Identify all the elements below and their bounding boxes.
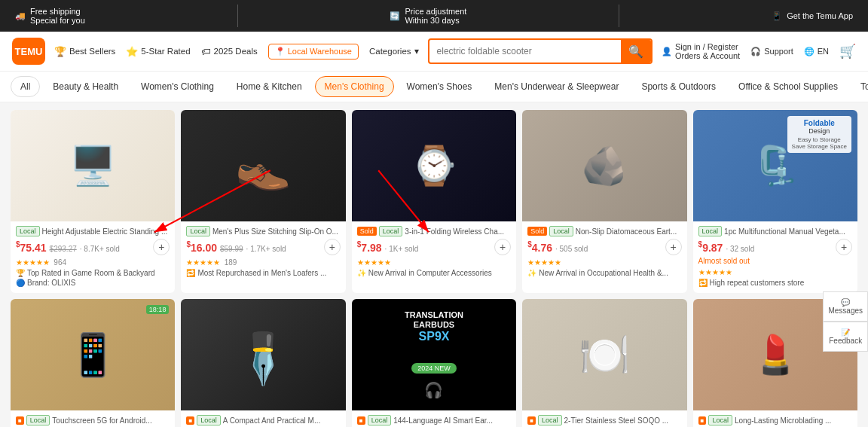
add-to-cart-button[interactable]: + (494, 239, 511, 255)
nav-categories[interactable]: Categories ▾ (369, 46, 419, 56)
add-to-cart-button[interactable]: + (153, 239, 170, 255)
product-badges: ■ Local Touchscreen 5G for Android... (16, 415, 170, 425)
feedback-button[interactable]: 📝 Feedback (823, 322, 868, 352)
stars-row: ★★★★★ 964 (16, 257, 170, 267)
product-card[interactable]: 👞 Local Men's Plus Size Stitching Slip-O… (181, 110, 345, 293)
star-rating: ★★★★★ (357, 258, 391, 267)
price-sold: · 32 sold (726, 245, 754, 253)
star-rating: ★★★★★ (527, 258, 561, 267)
product-card[interactable]: ✒️ ■ Local A Compact And Practical M... … (181, 299, 345, 427)
badge-local: Local (708, 415, 732, 425)
banner-left-line1: Free shipping (30, 7, 85, 16)
product-card[interactable]: 🍽️ ■ Local 2-Tier Stainless Steel SOQO .… (522, 299, 686, 427)
location-icon: 📍 (275, 47, 286, 56)
add-to-cart-button[interactable]: + (665, 239, 682, 255)
product-image: 🪨 (522, 110, 686, 221)
cat-tab-toys[interactable]: Toys & Games (851, 76, 868, 97)
badge-local: Local (197, 415, 221, 425)
tag-text: High repeat customers store (710, 279, 805, 287)
support-icon: 🎧 (750, 47, 761, 56)
stars-row: ★★★★★ 189 (186, 257, 340, 267)
new-arrival-icon: ✨ (527, 269, 536, 277)
badge-local: Local (186, 226, 210, 236)
language-action[interactable]: 🌐 EN (804, 47, 829, 56)
add-to-cart-button[interactable]: + (836, 239, 852, 255)
user-icon: 👤 (662, 47, 672, 56)
add-to-cart-button[interactable]: + (324, 239, 341, 255)
temu-logo[interactable]: TEMU (12, 38, 45, 65)
messages-button[interactable]: 💬 Messages (823, 291, 868, 322)
product-card[interactable]: 🪨 Sold Local Non-Slip Diatomaceous Eart.… (522, 110, 686, 293)
tag-icon: 🏆 (16, 269, 25, 277)
price-current: $16.00 (186, 240, 217, 254)
cat-tab-office[interactable]: Office & School Supplies (729, 76, 848, 97)
product-title-inline: 3-in-1 Folding Wireless Cha... (405, 227, 504, 236)
cat-tab-womens-shoes[interactable]: Women's Shoes (397, 76, 482, 97)
product-title-inline: 144-Language AI Smart Ear... (393, 416, 493, 425)
product-tag: ✨ New Arrival in Computer Accessories (357, 269, 511, 277)
badge-orange: ■ (527, 416, 536, 425)
nav-five-star[interactable]: ⭐ 5-Star Rated (126, 46, 190, 57)
product-card[interactable]: TRANSLATIONEARBUDS SP9X 2024 NEW 🎧 ■ Loc… (352, 299, 516, 427)
category-tabs: All Beauty & Health Women's Clothing Hom… (0, 72, 868, 102)
search-button[interactable]: 🔍 (621, 40, 651, 63)
repeat-icon: 🔁 (698, 279, 708, 287)
product-card[interactable]: 🖥️ Local Height Adjustable Electric Stan… (11, 110, 175, 293)
badge-local: Local (26, 415, 50, 425)
star-rating: ★★★★★ (186, 258, 220, 267)
banner-right[interactable]: 📱 Get the Temu App (772, 11, 853, 21)
product-title-inline: A Compact And Practical M... (223, 416, 321, 425)
shipping-icon: 🚚 (15, 11, 26, 21)
product-info: ■ Local A Compact And Practical M... $1.… (181, 410, 345, 427)
product-card[interactable]: 📱 18:18 ■ Local Touchscreen 5G for Andro… (11, 299, 175, 427)
cat-tab-sports[interactable]: Sports & Outdoors (631, 76, 726, 97)
trophy-icon: 🏆 (54, 46, 66, 57)
product-info: Sold Local Non-Slip Diatomaceous Eart...… (522, 221, 686, 283)
time-badge: 18:18 (146, 305, 170, 314)
product-badges: ■ Local Long-Lasting Microblading ... (698, 415, 852, 425)
price-info: $7.98 · 1K+ sold (357, 240, 419, 254)
product-card[interactable]: ⌚ Sold Local 3-in-1 Folding Wireless Cha… (352, 110, 516, 293)
tag-text: Most Repurchased in Men's Loafers ... (197, 269, 326, 277)
banner-left: 🚚 Free shipping Special for you (15, 7, 85, 25)
sign-in-line2: Orders & Account (675, 51, 740, 60)
badge-orange: ■ (186, 416, 194, 425)
local-warehouse-label: Local Warehouse (288, 47, 352, 56)
product-title-inline: 1pc Multifunctional Manual Vegeta... (724, 227, 845, 236)
product-info: Local Men's Plus Size Stitching Slip-On … (181, 221, 345, 283)
cat-tab-beauty[interactable]: Beauty & Health (43, 76, 128, 97)
cat-tab-home-kitchen[interactable]: Home & Kitchen (227, 76, 312, 97)
chevron-down-icon: ▾ (414, 46, 419, 56)
banner-right-text: Get the Temu App (787, 11, 853, 20)
product-card[interactable]: 🗜️ Foldable Design Easy to Storage Save … (693, 110, 857, 293)
product-badges: Local Men's Plus Size Stitching Slip-On … (186, 226, 340, 236)
cat-tab-mens-clothing[interactable]: Men's Clothing (315, 76, 394, 97)
cat-tab-mens-underwear[interactable]: Men's Underwear & Sleepwear (484, 76, 628, 97)
sign-in-line1: Sign in / Register (675, 42, 740, 51)
banner-divider-2 (619, 5, 619, 27)
badge-local: Local (379, 226, 403, 236)
nav-deals[interactable]: 🏷 2025 Deals (201, 46, 258, 57)
price-sold: · 1.7K+ sold (246, 245, 286, 253)
messages-icon: 💬 (828, 298, 863, 307)
product-badges: ■ Local A Compact And Practical M... (186, 415, 340, 425)
cat-tab-all[interactable]: All (11, 76, 40, 97)
feedback-icon: 📝 (828, 328, 863, 337)
sign-in-action[interactable]: 👤 Sign in / Register Orders & Account (662, 42, 740, 60)
product-info: Local Height Adjustable Electric Standin… (11, 221, 175, 293)
nav-local-warehouse[interactable]: 📍 Local Warehouse (268, 44, 359, 59)
support-action[interactable]: 🎧 Support (750, 47, 793, 56)
language-label: EN (818, 47, 829, 56)
search-input[interactable] (429, 46, 621, 56)
product-info: ■ Local Long-Lasting Microblading ... $5… (693, 410, 857, 427)
badge-local: Local (16, 226, 40, 236)
cart-button[interactable]: 🛒 (839, 43, 856, 59)
cat-tab-womens-clothing[interactable]: Women's Clothing (131, 76, 224, 97)
nav-best-sellers[interactable]: 🏆 Best Sellers (54, 46, 115, 57)
price-original: $59.99 (220, 245, 243, 253)
brand-row: 🔵 Brand: OLIXIS (16, 279, 170, 287)
product-tag: 🔁 High repeat customers store (698, 279, 852, 287)
badge-sold: Sold (357, 227, 377, 236)
tag-text: New Arrival in Occupational Health &... (539, 269, 668, 277)
top-banner: 🚚 Free shipping Special for you 🔄 Price … (0, 0, 868, 32)
